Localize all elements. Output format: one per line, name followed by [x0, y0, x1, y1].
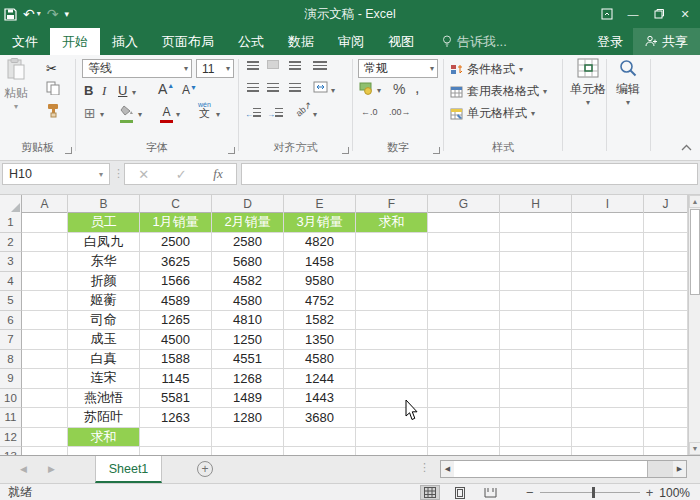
align-center-icon[interactable] — [267, 83, 279, 92]
sheetbar-splitter[interactable]: ⋮ — [419, 461, 430, 474]
align-middle-icon[interactable] — [267, 60, 279, 69]
cell-F6[interactable] — [356, 311, 428, 331]
column-header-I[interactable]: I — [572, 195, 644, 213]
align-bottom-icon[interactable] — [289, 61, 301, 70]
cell-D2[interactable]: 2580 — [212, 233, 284, 253]
phonetic-dropdown-icon[interactable]: ▾ — [216, 110, 220, 119]
orientation-icon[interactable]: ab↗ — [294, 100, 314, 119]
fill-color-icon[interactable] — [120, 104, 134, 123]
undo-dropdown-icon[interactable]: ▾ — [37, 10, 41, 18]
align-top-icon[interactable] — [247, 61, 259, 70]
page-layout-view-icon[interactable] — [450, 485, 470, 500]
scroll-left-icon[interactable]: ◀ — [441, 461, 454, 477]
ribbon-display-options-icon[interactable] — [594, 0, 620, 28]
cell-A4[interactable] — [22, 272, 68, 292]
cell-E6[interactable]: 1582 — [284, 311, 356, 331]
cell-B3[interactable]: 东华 — [68, 252, 140, 272]
cell-B8[interactable]: 白真 — [68, 350, 140, 370]
cell-J3[interactable] — [644, 252, 688, 272]
column-header-A[interactable]: A — [22, 195, 68, 213]
cell-J13[interactable] — [644, 447, 688, 455]
cell-E2[interactable]: 4820 — [284, 233, 356, 253]
font-dialog-launcher[interactable] — [228, 147, 235, 154]
column-header-B[interactable]: B — [68, 195, 140, 213]
cell-I4[interactable] — [572, 272, 644, 292]
zoom-slider[interactable] — [540, 492, 640, 493]
cell-F11[interactable] — [356, 408, 428, 428]
cell-C3[interactable]: 3625 — [140, 252, 212, 272]
cell-C13[interactable] — [140, 447, 212, 455]
name-box-dropdown-icon[interactable]: ▾ — [99, 170, 103, 179]
cell-H10[interactable] — [500, 389, 572, 409]
format-painter-icon[interactable] — [46, 103, 61, 121]
cell-F8[interactable] — [356, 350, 428, 370]
tab-insert[interactable]: 插入 — [100, 28, 150, 55]
row-header-4[interactable]: 4 — [0, 272, 22, 292]
cell-D1[interactable]: 2月销量 — [212, 213, 284, 233]
font-color-dropdown-icon[interactable]: ▾ — [176, 110, 180, 119]
select-all-corner[interactable] — [0, 195, 22, 213]
cell-E9[interactable]: 1244 — [284, 369, 356, 389]
cell-H5[interactable] — [500, 291, 572, 311]
column-header-J[interactable]: J — [644, 195, 688, 213]
cell-B1[interactable]: 员工 — [68, 213, 140, 233]
cell-G8[interactable] — [428, 350, 500, 370]
cell-D7[interactable]: 1250 — [212, 330, 284, 350]
cell-I1[interactable] — [572, 213, 644, 233]
cell-E11[interactable]: 3680 — [284, 408, 356, 428]
cell-F4[interactable] — [356, 272, 428, 292]
cell-E1[interactable]: 3月销量 — [284, 213, 356, 233]
cell-J7[interactable] — [644, 330, 688, 350]
cell-J8[interactable] — [644, 350, 688, 370]
cell-G10[interactable] — [428, 389, 500, 409]
row-header-7[interactable]: 7 — [0, 330, 22, 350]
cell-G13[interactable] — [428, 447, 500, 455]
cell-B4[interactable]: 折颜 — [68, 272, 140, 292]
decrease-indent-icon[interactable]: ← — [245, 105, 261, 120]
tell-me-box[interactable]: 告诉我... — [442, 28, 507, 55]
currency-icon[interactable] — [359, 82, 374, 98]
tab-page-layout[interactable]: 页面布局 — [150, 28, 226, 55]
number-format-combo[interactable]: 常规▾ — [358, 59, 438, 78]
cell-I12[interactable] — [572, 428, 644, 448]
font-size-combo[interactable]: 11▾ — [196, 59, 234, 78]
tab-review[interactable]: 审阅 — [326, 28, 376, 55]
alignment-dialog-launcher[interactable] — [342, 147, 349, 154]
paste-button[interactable]: 粘贴 ▾ — [4, 58, 28, 111]
column-header-D[interactable]: D — [212, 195, 284, 213]
cell-E3[interactable]: 1458 — [284, 252, 356, 272]
cell-B5[interactable]: 姬蘅 — [68, 291, 140, 311]
clipboard-dialog-launcher[interactable] — [65, 147, 72, 154]
cell-E7[interactable]: 1350 — [284, 330, 356, 350]
share-button[interactable]: 共享 — [633, 28, 700, 55]
cell-D13[interactable] — [212, 447, 284, 455]
cell-H8[interactable] — [500, 350, 572, 370]
column-header-F[interactable]: F — [356, 195, 428, 213]
cell-F13[interactable] — [356, 447, 428, 455]
cell-E5[interactable]: 4752 — [284, 291, 356, 311]
cell-G12[interactable] — [428, 428, 500, 448]
qat-customize-icon[interactable]: ▾ — [64, 10, 69, 19]
cell-E8[interactable]: 4580 — [284, 350, 356, 370]
conditional-formatting-button[interactable]: 条件格式▾ — [450, 61, 523, 78]
tab-file[interactable]: 文件 — [0, 28, 50, 55]
cell-A3[interactable] — [22, 252, 68, 272]
cell-C8[interactable]: 1588 — [140, 350, 212, 370]
cell-I10[interactable] — [572, 389, 644, 409]
comma-style-icon[interactable]: , — [415, 79, 419, 97]
horizontal-scrollbar[interactable]: ◀ ▶ — [440, 460, 687, 478]
cell-B7[interactable]: 成玉 — [68, 330, 140, 350]
cell-H2[interactable] — [500, 233, 572, 253]
cell-A11[interactable] — [22, 408, 68, 428]
cell-C2[interactable]: 2500 — [140, 233, 212, 253]
cell-C5[interactable]: 4589 — [140, 291, 212, 311]
cell-A13[interactable] — [22, 447, 68, 455]
cell-A9[interactable] — [22, 369, 68, 389]
sign-in-button[interactable]: 登录 — [587, 28, 633, 55]
cell-F3[interactable] — [356, 252, 428, 272]
formula-input[interactable] — [241, 163, 698, 185]
cell-I5[interactable] — [572, 291, 644, 311]
horizontal-scroll-thumb[interactable] — [454, 461, 648, 477]
zoom-slider-thumb[interactable] — [592, 487, 595, 498]
cell-J6[interactable] — [644, 311, 688, 331]
